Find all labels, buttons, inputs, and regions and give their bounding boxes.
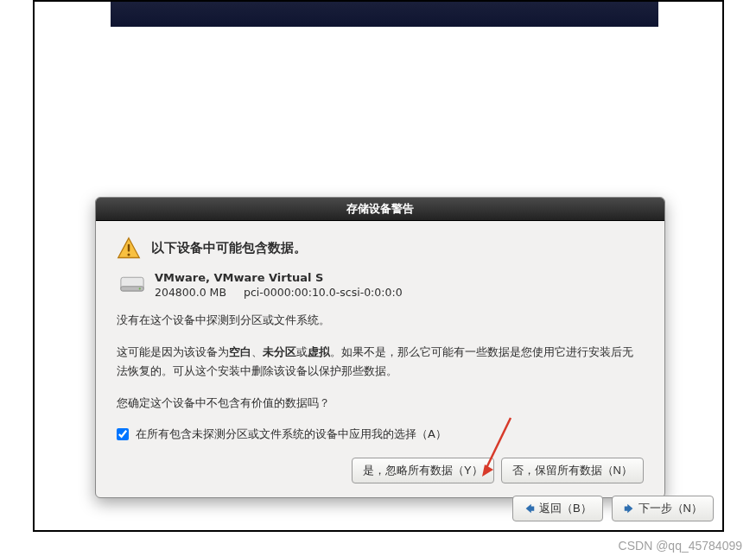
para2-pre: 这可能是因为该设备为 [117,345,229,358]
top-banner [111,2,658,27]
installer-window: 存储设备警告 以下设备中可能包含数据。 VMware, VMware Virtu… [33,0,724,532]
next-label: 下一步（N） [638,501,702,516]
para2-b3: 虚拟 [308,345,330,358]
device-meta: 204800.0 MBpci-0000:00:10.0-scsi-0:0:0:0 [155,286,403,299]
device-size: 204800.0 MB [155,286,226,299]
apply-all-label: 在所有包含未探测分区或文件系统的设备中应用我的选择（A） [136,426,447,442]
device-name: VMware, VMware Virtual S [155,271,403,284]
para-1: 没有在这个设备中探测到分区或文件系统。 [117,311,644,329]
para2-sep2: 或 [296,345,308,358]
next-button[interactable]: 下一步（N） [612,496,714,521]
para2-sep1: 、 [251,345,263,358]
arrow-left-icon [524,502,536,515]
dialog-title: 存储设备警告 [96,198,664,221]
back-label: 返回（B） [539,501,592,516]
warning-icon [117,237,141,261]
apply-all-checkbox[interactable] [117,428,129,440]
hard-disk-icon [120,276,144,294]
para-3: 您确定这个设备中不包含有价值的数据吗？ [117,394,644,412]
apply-all-checkbox-row[interactable]: 在所有包含未探测分区或文件系统的设备中应用我的选择（A） [117,426,644,442]
yes-discard-button[interactable]: 是，忽略所有数据（Y） [352,458,494,483]
svg-point-1 [127,253,130,256]
device-path: pci-0000:00:10.0-scsi-0:0:0:0 [244,286,403,299]
back-button[interactable]: 返回（B） [512,496,603,521]
no-keep-button[interactable]: 否，保留所有数据（N） [501,458,644,483]
device-row: VMware, VMware Virtual S 204800.0 MBpci-… [120,271,644,299]
para-2: 这可能是因为该设备为空白、未分区或虚拟。如果不是，那么它可能有一些数据是您使用它… [117,343,644,380]
para2-b2: 未分区 [263,345,296,358]
dialog-button-row: 是，忽略所有数据（Y） 否，保留所有数据（N） [117,458,644,483]
dialog-header-row: 以下设备中可能包含数据。 [117,237,644,261]
dialog-header-text: 以下设备中可能包含数据。 [151,237,307,256]
arrow-right-icon [623,502,635,515]
para2-b1: 空白 [229,345,251,358]
svg-rect-0 [128,244,130,252]
device-text: VMware, VMware Virtual S 204800.0 MBpci-… [155,271,403,299]
wizard-button-bar: 返回（B） 下一步（N） [35,496,722,521]
watermark-text: CSDN @qq_45784099 [619,539,742,553]
storage-warning-dialog: 存储设备警告 以下设备中可能包含数据。 VMware, VMware Virtu… [95,197,665,498]
dialog-body: 以下设备中可能包含数据。 VMware, VMware Virtual S 20… [96,221,664,497]
svg-point-4 [139,287,141,289]
